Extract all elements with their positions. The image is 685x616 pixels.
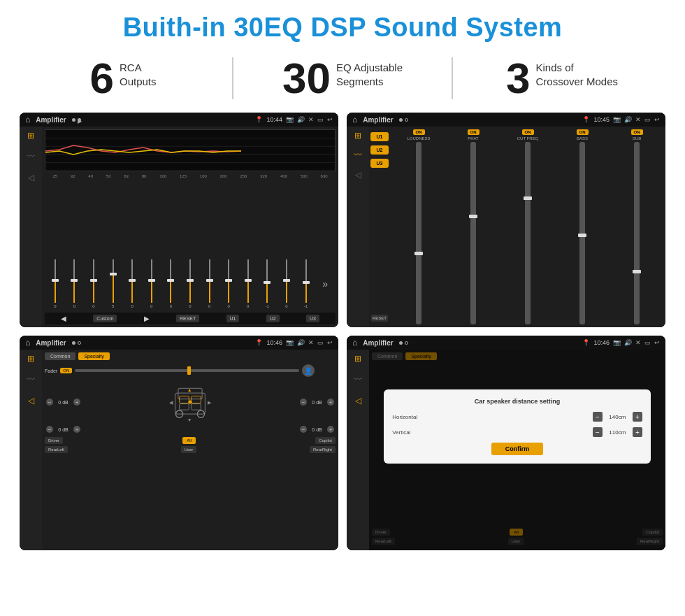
fl-plus-btn[interactable]: + xyxy=(73,399,80,406)
dialog-back-icon[interactable]: ↩ xyxy=(654,339,660,346)
bass-slider[interactable] xyxy=(579,142,585,324)
confirm-button[interactable]: Confirm xyxy=(491,443,544,455)
crossover-vol-icon[interactable]: ◁ xyxy=(355,170,361,180)
u1-preset-btn[interactable]: U1 xyxy=(370,132,389,141)
specialty-tab[interactable]: Specialty xyxy=(78,352,109,360)
horizontal-value: 140cm xyxy=(605,414,630,420)
eq-slider-6[interactable]: 0 xyxy=(143,259,161,308)
page-title: Buith-in 30EQ DSP Sound System xyxy=(0,0,685,50)
horizontal-minus-btn[interactable]: − xyxy=(593,412,603,422)
dialog-vol-icon[interactable]: ◁ xyxy=(355,396,361,406)
eq-expand-icon[interactable]: » xyxy=(316,259,334,308)
common-tab[interactable]: Common xyxy=(45,352,75,360)
fr-plus-btn[interactable]: + xyxy=(327,399,334,406)
crossover-back-icon[interactable]: ↩ xyxy=(654,116,660,123)
bass-on-badge[interactable]: ON xyxy=(577,129,589,135)
eq-slider-14[interactable]: -1 xyxy=(297,259,315,308)
crossover-close-icon[interactable]: ✕ xyxy=(635,116,641,123)
eq-slider-10[interactable]: 0 xyxy=(219,259,238,308)
svg-rect-9 xyxy=(192,396,201,403)
vertical-plus-btn[interactable]: + xyxy=(633,427,642,437)
fader-close-icon[interactable]: ✕ xyxy=(308,339,314,346)
cutfreq-label: CUT FREQ xyxy=(517,136,539,141)
crossover-wave-icon[interactable]: 〰 xyxy=(354,150,362,160)
crossover-reset-btn[interactable]: RESET xyxy=(371,315,388,322)
eq-custom-btn[interactable]: Custom xyxy=(93,315,117,322)
fader-filter-icon[interactable]: ⊞ xyxy=(27,354,34,364)
rear-left-btn[interactable]: RearLeft xyxy=(45,446,68,453)
eq-slider-11[interactable]: 0 xyxy=(239,259,257,308)
dialog-wave-icon[interactable]: 〰 xyxy=(354,375,362,385)
eq-u2-btn[interactable]: U2 xyxy=(266,315,280,322)
eq-volume-icon[interactable]: ◁ xyxy=(28,173,34,182)
eq-play-btn[interactable]: ▶ xyxy=(144,315,150,322)
back-icon[interactable]: ↩ xyxy=(327,116,333,123)
fader-back-icon[interactable]: ↩ xyxy=(327,339,333,346)
vertical-minus-btn[interactable]: − xyxy=(593,427,603,437)
crossover-filter-icon[interactable]: ⊞ xyxy=(354,131,361,141)
phat-slider[interactable] xyxy=(470,142,476,324)
driver-btn[interactable]: Driver xyxy=(45,437,63,444)
fl-minus-btn[interactable]: − xyxy=(46,399,53,406)
sub-slider[interactable] xyxy=(634,142,640,324)
eq-slider-4[interactable]: 5 xyxy=(104,259,122,308)
eq-reset-btn[interactable]: RESET xyxy=(176,315,199,322)
dialog-filter-icon[interactable]: ⊞ xyxy=(354,354,361,364)
dialog-status-bar: ⌂ Amplifier 📍 10:46 📷 🔊 ✕ ▭ ↩ xyxy=(347,336,665,350)
eq-filter-icon[interactable]: ⊞ xyxy=(27,131,34,141)
loudness-slider[interactable] xyxy=(416,142,421,324)
fader-vol-icon[interactable]: ◁ xyxy=(28,396,34,406)
fr-minus-btn[interactable]: − xyxy=(300,399,307,406)
dialog-home-icon[interactable]: ⌂ xyxy=(352,338,357,348)
volume-icon: 🔊 xyxy=(297,116,305,123)
cutfreq-on-badge[interactable]: ON xyxy=(522,129,534,135)
fader-home-icon[interactable]: ⌂ xyxy=(25,338,30,348)
phat-on-badge[interactable]: ON xyxy=(468,129,480,135)
rl-plus-btn[interactable]: + xyxy=(73,426,80,433)
eq-prev-btn[interactable]: ◀ xyxy=(61,315,66,322)
rr-minus-btn[interactable]: − xyxy=(300,426,307,433)
cutfreq-slider[interactable] xyxy=(525,142,531,324)
crossover-window-icon[interactable]: ▭ xyxy=(644,116,651,123)
dialog-left-controls: ⊞ 〰 ◁ xyxy=(347,350,369,550)
rr-plus-btn[interactable]: + xyxy=(327,426,334,433)
eq-slider-2[interactable]: 0 xyxy=(66,259,84,308)
fader-window-icon[interactable]: ▭ xyxy=(317,339,324,346)
eq-slider-8[interactable]: 0 xyxy=(181,259,199,308)
eq-wave-icon[interactable]: 〰 xyxy=(27,152,35,162)
dialog-window-icon[interactable]: ▭ xyxy=(644,339,651,346)
copilot-btn[interactable]: Copilot xyxy=(315,437,336,444)
eq-u3-btn[interactable]: U3 xyxy=(306,315,319,322)
eq-slider-7[interactable]: 0 xyxy=(162,259,180,308)
user-btn[interactable]: User xyxy=(181,446,197,453)
crossover-home-icon[interactable]: ⌂ xyxy=(352,115,357,124)
fader-left-controls: ⊞ 〰 ◁ xyxy=(20,350,42,550)
horizontal-plus-btn[interactable]: + xyxy=(633,412,642,422)
eq-u1-btn[interactable]: U1 xyxy=(226,315,240,322)
fader-slider[interactable] xyxy=(75,369,299,372)
eq-slider-12[interactable]: -1 xyxy=(259,259,277,308)
crossover-location-icon: 📍 xyxy=(582,116,590,123)
fader-wave-icon[interactable]: 〰 xyxy=(27,375,35,385)
crossover-camera-icon: 📷 xyxy=(613,116,621,123)
u2-preset-btn[interactable]: U2 xyxy=(370,145,389,155)
close-icon[interactable]: ✕ xyxy=(308,116,314,123)
eq-slider-13[interactable]: 0 xyxy=(277,259,296,308)
dialog-close-icon[interactable]: ✕ xyxy=(635,339,641,346)
u3-preset-btn[interactable]: U3 xyxy=(370,159,389,168)
home-icon[interactable]: ⌂ xyxy=(25,115,30,124)
eq-slider-1[interactable]: 0 xyxy=(46,259,64,308)
eq-slider-9[interactable]: 0 xyxy=(201,259,219,308)
profile-icon[interactable]: 👤 xyxy=(302,364,315,377)
eq-slider-3[interactable]: 0 xyxy=(85,259,103,308)
window-icon[interactable]: ▭ xyxy=(317,116,324,123)
sub-on-badge[interactable]: ON xyxy=(631,129,643,135)
fader-on-badge[interactable]: ON xyxy=(60,368,72,373)
rl-minus-btn[interactable]: − xyxy=(46,426,53,433)
loudness-on-badge[interactable]: ON xyxy=(413,129,425,135)
all-btn[interactable]: All xyxy=(182,437,196,444)
rear-right-btn[interactable]: RearRight xyxy=(310,446,336,453)
fr-value: 0 dB xyxy=(308,400,326,405)
eq-slider-5[interactable]: 0 xyxy=(123,259,141,308)
dialog-time: 10:46 xyxy=(593,339,610,346)
